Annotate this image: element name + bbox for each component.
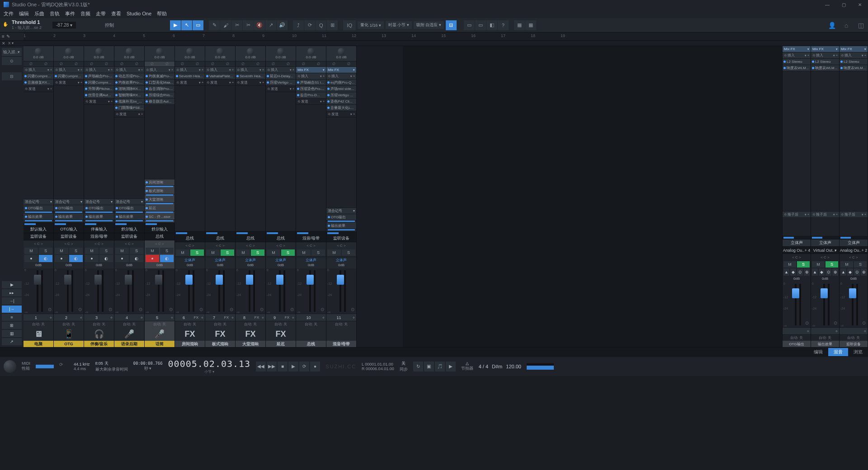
fader-db-readout[interactable]: 0dB bbox=[54, 263, 84, 268]
strip-silence-tool[interactable]: ⤴ bbox=[293, 20, 304, 30]
view-mix-tab[interactable]: 混音 bbox=[828, 348, 848, 356]
solo-button[interactable]: S bbox=[39, 248, 52, 254]
channel-name-label[interactable]: 话筒 bbox=[145, 341, 175, 347]
master-name-label[interactable]: 输出效果 bbox=[811, 341, 839, 347]
gain-value[interactable]: 0.0 dB bbox=[184, 55, 195, 59]
fader-db-readout[interactable]: 0dB bbox=[205, 263, 235, 268]
pointer-tool[interactable]: ↖ bbox=[181, 20, 192, 30]
channel-name-label[interactable]: 房间混响 bbox=[175, 341, 205, 347]
insert-slot[interactable]: 压缩综合RVo... bbox=[145, 92, 175, 99]
master-name-label[interactable]: 监听设备 bbox=[840, 341, 868, 347]
nav-grid-icon[interactable]: ⊞ bbox=[2, 322, 22, 329]
channel-name-label[interactable]: 大堂混响 bbox=[236, 341, 265, 347]
locator-left[interactable]: L 00001.01.01.00 bbox=[362, 362, 394, 367]
inserts-header[interactable]: ⊙ 插入▾ + bbox=[236, 67, 265, 73]
menu-studioone[interactable]: Studio One bbox=[127, 11, 151, 16]
master-option-button[interactable]: ◆ bbox=[790, 268, 796, 276]
mixfx-header[interactable]: Mix FX▾ bbox=[296, 67, 326, 73]
output-label[interactable]: 混音/母带 bbox=[84, 233, 114, 240]
output-label[interactable]: 混音/母带 bbox=[296, 235, 326, 242]
nav-list-icon[interactable]: ≡ bbox=[2, 314, 22, 321]
mute-button[interactable]: M bbox=[146, 248, 159, 254]
inserts-header[interactable]: ⊙ 插入▾ + bbox=[811, 52, 839, 59]
fader-track[interactable] bbox=[823, 284, 825, 325]
tab2-tool[interactable]: ? bbox=[498, 20, 509, 30]
insert-slot[interactable]: Seventh Hea... bbox=[236, 73, 265, 80]
inserts-header[interactable]: ⊙ 插入▾ + bbox=[84, 67, 114, 73]
transport-rewind[interactable]: ◀◀ bbox=[256, 362, 266, 371]
output-label[interactable]: 监听设备 bbox=[114, 233, 144, 240]
transport-stop[interactable]: ■ bbox=[278, 362, 288, 371]
channel-name-label[interactable]: 延迟 bbox=[266, 341, 296, 347]
insert-slot[interactable]: 修音靓音Aut... bbox=[145, 99, 175, 105]
locator-right[interactable]: R 00006.04.01.00 bbox=[362, 367, 394, 371]
transport-record[interactable]: ● bbox=[310, 362, 320, 371]
mute-button[interactable]: M bbox=[812, 261, 825, 268]
input-label[interactable]: 伴奏输入 bbox=[84, 226, 114, 233]
mixfx-header[interactable]: Mix FX▾ bbox=[840, 46, 868, 52]
monitor-button[interactable]: ◐ bbox=[160, 255, 174, 262]
menu-track[interactable]: 音轨 bbox=[50, 10, 60, 17]
menu-help[interactable]: 帮助 bbox=[157, 10, 167, 17]
automation-mode[interactable]: 自动: 关 bbox=[84, 321, 114, 327]
automation-mode[interactable]: 自动: 关 bbox=[175, 321, 205, 327]
preroll-icon[interactable]: ↻ bbox=[413, 362, 423, 371]
input-label[interactable]: 舒尔输入 bbox=[145, 226, 175, 233]
fader-cap[interactable] bbox=[125, 275, 132, 285]
fader-cap[interactable] bbox=[337, 275, 344, 285]
snap-select[interactable]: 吸附 自适应 ▾ bbox=[414, 21, 444, 29]
insert-slot[interactable]: 齿音消除Pro-... bbox=[145, 86, 175, 92]
channel-link-icon[interactable]: ⟐ bbox=[109, 315, 114, 320]
channel-name-label[interactable]: 混音/母带 bbox=[326, 341, 356, 347]
insert-slot[interactable]: 音量最大化L... bbox=[326, 105, 356, 111]
channel-link-icon[interactable]: ⟐ bbox=[170, 315, 175, 320]
fader-track[interactable] bbox=[340, 270, 341, 312]
inserts-header[interactable]: ⊙ 插入▾ + bbox=[840, 52, 868, 59]
mute-button[interactable]: M bbox=[85, 248, 99, 254]
mute-button[interactable]: M bbox=[236, 249, 250, 256]
channel-name-label[interactable]: OTG bbox=[54, 341, 84, 347]
insert-slot[interactable]: 染色P42 Cli... bbox=[326, 99, 356, 105]
mute-button[interactable]: M bbox=[24, 248, 38, 254]
menu-transport[interactable]: 走带 bbox=[96, 10, 106, 17]
insert-slot[interactable]: 低频补充bx_... bbox=[114, 99, 144, 105]
fader-track[interactable] bbox=[158, 270, 160, 312]
gain-value[interactable]: 0.0 dB bbox=[63, 55, 74, 59]
insert-slot[interactable]: L2 Stereo bbox=[811, 59, 839, 65]
pan-display[interactable]: < C > bbox=[205, 242, 235, 249]
solo-button[interactable]: S bbox=[69, 248, 83, 254]
tab1-tool[interactable]: ◧ bbox=[486, 20, 497, 30]
nav-current-icon[interactable]: |→ bbox=[2, 306, 22, 313]
channel-name-label[interactable]: 总线 bbox=[296, 341, 326, 347]
inserts-header[interactable]: ⊙ 插入▾ + bbox=[24, 67, 53, 73]
automation-mode[interactable]: 自动: 关 bbox=[326, 321, 356, 327]
route-out2[interactable]: 输出效果 bbox=[24, 214, 53, 220]
menu-view[interactable]: 查看 bbox=[111, 10, 121, 17]
timeline-ruler[interactable]: ≡✎ 12345678910111213141516171819 bbox=[0, 33, 868, 41]
channel-name-label[interactable]: 电脑 bbox=[24, 341, 53, 347]
channel-link-icon[interactable]: ⟐ bbox=[291, 315, 296, 320]
channel-link-icon[interactable]: ⟐ bbox=[863, 329, 868, 333]
pan-display[interactable]: < C > bbox=[783, 254, 811, 260]
solo-button[interactable]: S bbox=[281, 249, 295, 256]
fader-db-readout[interactable]: 0dB bbox=[296, 263, 326, 268]
fader-track[interactable] bbox=[67, 270, 69, 312]
inserts-header[interactable]: ⊙ 插入▾ + bbox=[205, 67, 235, 73]
lt-tune-icon[interactable]: ⊟ bbox=[2, 72, 22, 80]
transport-play[interactable]: ▶ bbox=[288, 362, 298, 371]
output-label[interactable]: Analog Ou..+ 2 bbox=[840, 247, 868, 254]
gain-knob[interactable] bbox=[217, 48, 224, 55]
quantize-select[interactable]: 量化 1/16 ▾ bbox=[358, 21, 384, 29]
channel-link-icon[interactable]: ⟐ bbox=[200, 315, 205, 320]
record-arm-button[interactable]: ● bbox=[146, 255, 159, 262]
master-option-button[interactable]: ◆ bbox=[819, 268, 825, 276]
automation-mode[interactable]: 自动: 关 bbox=[840, 334, 868, 341]
settings-icon[interactable]: ◫ bbox=[856, 21, 865, 30]
sends-header[interactable]: ⊙ 发送▾ + bbox=[54, 80, 84, 86]
channel-link-icon[interactable]: ⟐ bbox=[834, 329, 839, 333]
channel-link-icon[interactable]: ⟐ bbox=[139, 315, 144, 320]
inserts-header[interactable]: ⊙ 插入▾ + bbox=[296, 73, 326, 80]
master-name-label[interactable]: OTG输出 bbox=[783, 341, 811, 347]
lt-settings-icon[interactable]: ⊙ bbox=[2, 57, 22, 65]
fader-track[interactable] bbox=[127, 270, 129, 312]
